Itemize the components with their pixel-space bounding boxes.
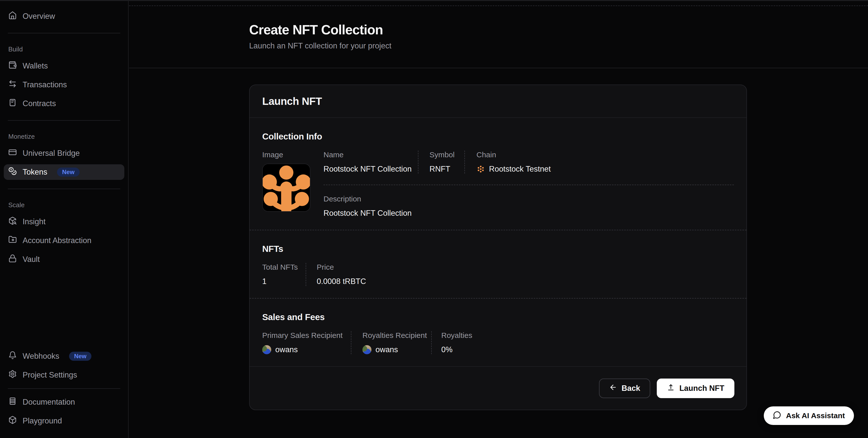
price-label: Price — [317, 263, 366, 271]
launch-nft-card: Launch NFT Collection Info Image — [249, 85, 747, 410]
page-subtitle: Launch an NFT collection for your projec… — [249, 41, 868, 50]
book-icon — [8, 397, 17, 407]
royalties-recipient-field: Royalties Recipient owans — [351, 331, 431, 354]
sidebar-item-label: Webhooks — [23, 352, 59, 361]
lock-icon — [8, 254, 17, 265]
card-footer: Back Launch NFT — [250, 366, 746, 410]
sidebar-item-playground[interactable]: Playground — [4, 413, 124, 429]
coins-icon — [8, 167, 17, 177]
contract-icon — [8, 98, 17, 109]
app-window: Overview Build Wallets Transactions Cont… — [0, 0, 868, 438]
ask-ai-assistant-label: Ask AI Assistant — [786, 411, 845, 420]
sidebar-bottom-group: Webhooks New Project Settings Documentat… — [4, 348, 124, 432]
sidebar-item-vault[interactable]: Vault — [4, 251, 124, 267]
sidebar-item-transactions[interactable]: Transactions — [4, 77, 124, 93]
back-button-label: Back — [622, 384, 640, 393]
royalties-field: Royalties 0% — [431, 331, 472, 354]
chain-field: Chain — [464, 150, 734, 174]
description-field: Description Rootstock NFT Collection — [323, 195, 734, 218]
arrows-left-right-icon — [8, 79, 17, 90]
royalties-recipient-value: owans — [375, 345, 398, 354]
symbol-field: Symbol RNFT — [418, 150, 464, 174]
collection-info-heading: Collection Info — [262, 131, 734, 141]
primary-sales-recipient-label: Primary Sales Recipient — [262, 331, 351, 340]
description-label: Description — [323, 195, 734, 203]
sidebar-divider — [8, 189, 120, 189]
sidebar-item-project-settings[interactable]: Project Settings — [4, 367, 124, 383]
sidebar-item-label: Wallets — [23, 62, 48, 70]
chain-label: Chain — [476, 150, 734, 159]
description-value: Rootstock NFT Collection — [323, 209, 734, 218]
sidebar-item-label: Account Abstraction — [23, 236, 91, 245]
avatar — [262, 345, 271, 354]
sidebar-item-universal-bridge[interactable]: Universal Bridge — [4, 145, 124, 161]
arrow-left-icon — [609, 383, 617, 393]
sidebar-group-build: Build — [8, 45, 124, 53]
launch-nft-button[interactable]: Launch NFT — [657, 378, 734, 398]
sidebar-item-label: Overview — [23, 12, 55, 21]
sidebar-item-insight[interactable]: Insight — [4, 214, 124, 230]
total-nfts-field: Total NFTs 1 — [262, 263, 306, 286]
total-nfts-value: 1 — [262, 277, 306, 286]
sidebar-item-webhooks[interactable]: Webhooks New — [4, 348, 124, 364]
collection-info-section: Collection Info Image — [250, 118, 746, 230]
chain-value: Rootstock Testnet — [489, 165, 551, 174]
name-label: Name — [323, 150, 418, 159]
folder-icon — [8, 235, 17, 246]
sidebar-group-monetize: Monetize — [8, 133, 124, 140]
content-area: Launch NFT Collection Info Image — [129, 68, 868, 410]
chat-bubble-icon — [773, 411, 781, 421]
package-search-icon — [8, 216, 17, 227]
gear-icon — [8, 370, 17, 380]
total-nfts-label: Total NFTs — [262, 263, 306, 271]
sidebar-item-wallets[interactable]: Wallets — [4, 58, 124, 74]
card-title: Launch NFT — [262, 95, 322, 107]
sidebar-item-label: Playground — [23, 416, 62, 426]
symbol-label: Symbol — [430, 150, 464, 159]
avatar — [363, 345, 371, 354]
sales-fees-heading: Sales and Fees — [262, 312, 734, 322]
card-header: Launch NFT — [250, 85, 746, 118]
collection-image-preview — [262, 164, 310, 212]
nfts-section: NFTs Total NFTs 1 Price 0.0008 tRBTC — [250, 230, 746, 298]
name-value: Rootstock NFT Collection — [323, 165, 418, 174]
sidebar-group-scale: Scale — [8, 201, 124, 209]
sidebar-item-tokens[interactable]: Tokens New — [4, 164, 124, 180]
royalties-value: 0% — [441, 345, 472, 354]
home-icon — [8, 11, 17, 22]
sidebar-item-documentation[interactable]: Documentation — [4, 394, 124, 410]
image-label: Image — [262, 150, 323, 159]
primary-sales-recipient-value: owans — [275, 345, 298, 354]
back-button[interactable]: Back — [599, 378, 650, 398]
sidebar-item-account-abstraction[interactable]: Account Abstraction — [4, 233, 124, 248]
credit-card-icon — [8, 148, 17, 159]
wallet-icon — [8, 61, 17, 71]
royalties-label: Royalties — [441, 331, 472, 340]
price-field: Price 0.0008 tRBTC — [306, 263, 366, 286]
sidebar-item-contracts[interactable]: Contracts — [4, 96, 124, 111]
image-column: Image — [262, 150, 323, 218]
sidebar-item-label: Vault — [23, 255, 40, 264]
nft-artwork — [263, 164, 310, 211]
sidebar-item-label: Insight — [23, 217, 45, 226]
sidebar-item-label: Project Settings — [23, 371, 77, 379]
page-title: Create NFT Collection — [249, 22, 868, 37]
sidebar-item-label: Tokens — [23, 168, 47, 177]
cube-icon — [8, 416, 17, 426]
sidebar: Overview Build Wallets Transactions Cont… — [0, 1, 129, 438]
new-badge: New — [69, 352, 91, 361]
new-badge: New — [57, 168, 80, 177]
main-content: Create NFT Collection Launch an NFT coll… — [129, 1, 868, 438]
sidebar-item-label: Contracts — [23, 99, 56, 108]
sidebar-item-label: Transactions — [23, 80, 67, 89]
ask-ai-assistant-button[interactable]: Ask AI Assistant — [764, 406, 854, 425]
sidebar-item-label: Universal Bridge — [23, 149, 80, 158]
name-field: Name Rootstock NFT Collection — [323, 150, 418, 174]
primary-sales-recipient-field: Primary Sales Recipient owans — [262, 331, 351, 354]
sidebar-divider — [8, 33, 120, 33]
rootstock-chain-icon — [476, 165, 485, 173]
launch-nft-button-label: Launch NFT — [679, 384, 724, 393]
collection-info-row: Name Rootstock NFT Collection Symbol RNF… — [323, 150, 734, 185]
symbol-value: RNFT — [430, 165, 464, 174]
sidebar-item-overview[interactable]: Overview — [4, 8, 124, 24]
